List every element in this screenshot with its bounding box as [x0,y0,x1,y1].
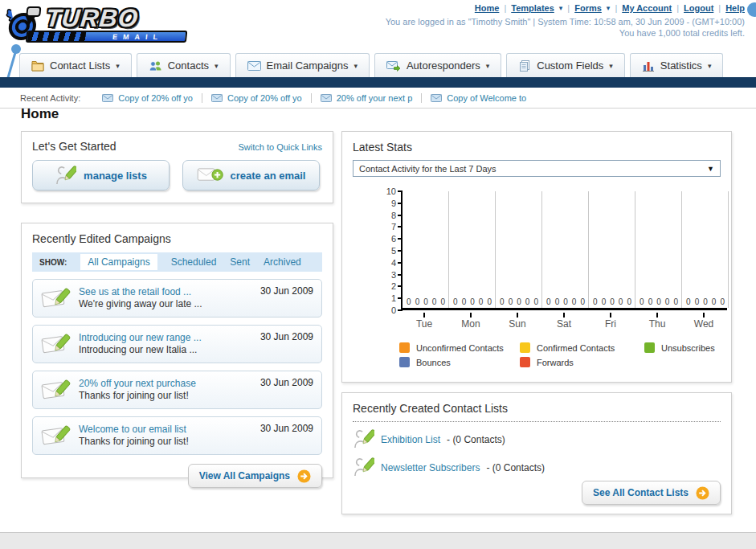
contact-list-row[interactable]: Newsletter Subscribers- (0 Contacts) [353,457,721,478]
campaign-text: Welcome to our email listThanks for join… [79,424,189,448]
legend-label: Forwards [537,358,574,367]
campaign-title-link[interactable]: See us at the retail food ... [79,286,202,298]
chart-value-labels: 00000 [635,297,682,306]
chart-value-label: 0 [423,297,428,306]
chevron-down-icon: ▾ [116,62,120,70]
legend-item-confirmed-contacts: Confirmed Contacts [520,342,644,353]
chart-value-label: 0 [602,297,607,306]
campaign-filter-archived[interactable]: Archived [264,256,301,268]
campaign-filter-scheduled[interactable]: Scheduled [171,256,217,268]
top-nav-link-help[interactable]: Help [725,3,745,13]
tab-contacts[interactable]: Contacts▾ [137,53,231,77]
recent-activity-item[interactable]: 20% off your next p [312,93,423,103]
tab-autoresponders[interactable]: Autoresponders▾ [374,53,501,77]
chart-value-labels: 00000 [589,297,635,306]
chart-value-label: 0 [462,297,467,306]
email-campaigns-envelope-icon [247,61,261,71]
see-all-contact-lists-button[interactable]: See All Contact Lists [582,481,721,505]
nav-separator: | [615,3,617,13]
campaign-row[interactable]: Welcome to our email listThanks for join… [32,416,322,455]
y-axis-tick-label: 9 [375,199,396,208]
legend-swatch [520,342,530,353]
y-axis-tick-label: 10 [375,186,396,196]
campaign-title-link[interactable]: 20% off your next purchase [79,378,196,390]
chart-value-label: 0 [648,297,653,306]
chart-value-label: 0 [703,297,708,306]
legend-item-unsubscribes: Unsubscribes [644,342,715,353]
campaign-subtitle: Thanks for joining our list! [79,436,189,448]
chart-gridline [448,191,449,308]
campaign-subtitle: We're giving away our late ... [79,298,202,310]
campaign-title-link[interactable]: Welcome to our email list [79,424,189,436]
x-axis-tick-label: Sun [497,318,537,330]
manage-lists-button[interactable]: manage lists [32,160,170,191]
top-nav: Home|Templates▾|Forms▾|My Account|Logout… [475,3,745,13]
tab-label: Contact Lists [50,59,110,72]
tab-label: Contacts [168,59,209,72]
envelope-small-icon [431,94,442,102]
recent-activity-item-label: 20% off your next p [337,93,413,103]
campaign-filter-all-campaigns[interactable]: All Campaigns [80,254,157,270]
contact-list-name-link[interactable]: Newsletter Subscribers [381,462,480,473]
chart-value-label: 0 [563,297,568,306]
credits-info: You have 1,000 total credits left. [619,28,745,38]
chart-value-label: 0 [673,297,678,306]
contact-list-name-link[interactable]: Exhibition List [381,434,440,445]
recent-activity-item[interactable]: Copy of 20% off yo [202,93,312,103]
contact-list-row[interactable]: Exhibition List- (0 Contacts) [353,428,721,450]
logo-text: TURBO [44,4,140,33]
chart-value-label: 0 [525,297,530,306]
chart-value-label: 0 [665,297,670,306]
chart-gridline [541,191,542,308]
x-axis-tick-mark [470,313,472,318]
tab-contact-lists[interactable]: Contact Lists▾ [19,53,132,77]
tab-statistics[interactable]: Statistics▾ [630,53,724,77]
tab-label: Statistics [660,59,702,72]
tab-custom-fields[interactable]: Custom Fields▾ [506,53,625,77]
view-all-campaigns-button[interactable]: View All Campaigns [188,464,322,488]
create-an-email-button[interactable]: create an email [182,160,320,191]
get-started-buttons: manage listscreate an email [32,160,322,191]
legend-swatch [644,342,655,353]
top-nav-link-logout[interactable]: Logout [684,3,713,13]
campaign-date: 30 Jun 2009 [260,326,313,342]
top-nav-link-forms[interactable]: Forms [574,3,602,13]
campaigns-panel: Recently Edited Campaigns SHOW: All Camp… [21,223,333,478]
y-axis-tick-mark [398,285,403,287]
campaign-pencil-icon [41,424,72,448]
recent-activity-bar: Recent Activity: Copy of 20% off yoCopy … [0,88,756,109]
campaign-row[interactable]: See us at the retail food ...We're givin… [32,279,322,318]
top-nav-link-my-account[interactable]: My Account [622,3,672,13]
navy-divider-bar [0,77,756,88]
campaign-subtitle: Thanks for joining our list! [79,390,196,402]
recent-activity-item[interactable]: Copy of 20% off yo [93,93,202,103]
recent-activity-item[interactable]: Copy of Welcome to [422,93,535,103]
custom-fields-pages-icon [518,59,531,72]
campaign-filter-sent[interactable]: Sent [230,256,250,268]
y-axis-tick-mark [398,250,403,252]
chart-value-label: 0 [610,297,615,306]
recent-activity-label: Recent Activity: [20,93,80,103]
stats-report-select[interactable]: Contact Activity for the Last 7 Days ▼ [353,160,721,177]
campaign-list: See us at the retail food ...We're givin… [32,279,322,455]
top-nav-link-templates[interactable]: Templates [511,3,554,13]
y-axis-tick-label: 6 [375,234,396,244]
top-nav-link-home[interactable]: Home [475,3,500,13]
contact-lists-folder-icon [31,59,44,72]
campaign-date: 30 Jun 2009 [260,371,313,388]
chevron-down-icon: ▾ [353,62,358,70]
campaign-text: Introducing our new range ...Introducing… [79,332,202,356]
chart-value-label: 0 [546,297,551,306]
x-axis-tick-label: Tue [404,318,444,330]
switch-quick-links-link[interactable]: Switch to Quick Links [238,142,322,152]
campaign-title-link[interactable]: Introducing our new range ... [79,332,202,344]
tab-email-campaigns[interactable]: Email Campaigns▾ [235,53,370,77]
x-axis-tick-mark [563,313,565,318]
campaign-row[interactable]: 20% off your next purchaseThanks for joi… [32,371,322,409]
campaign-text: See us at the retail food ...We're givin… [79,286,202,310]
campaign-row[interactable]: Introducing our new range ...Introducing… [32,325,322,363]
x-axis-tick-mark [423,313,425,318]
y-axis-tick-label: 0 [375,305,396,315]
envelope-small-icon [321,94,332,102]
chart-gridline [495,191,496,308]
